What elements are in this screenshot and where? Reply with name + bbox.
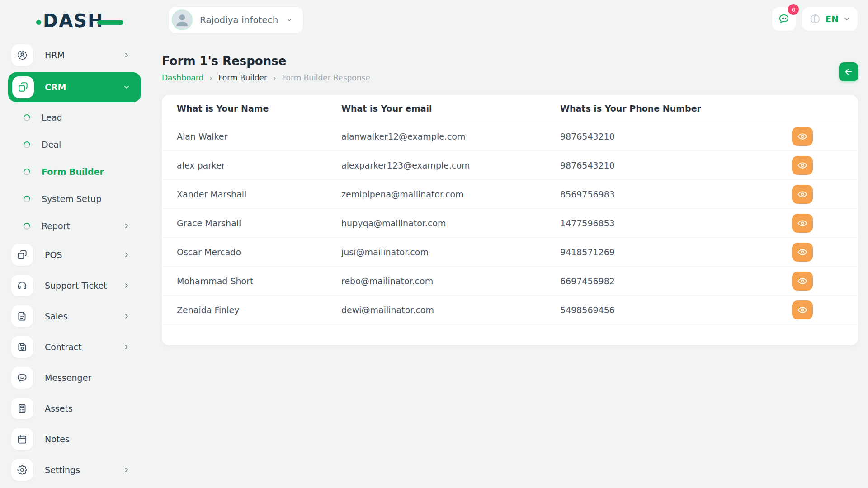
logo-text: DASH — [43, 12, 104, 30]
view-response-button[interactable] — [792, 214, 813, 233]
cell-phone: 8569756983 — [560, 189, 792, 199]
sidebar-item-assets[interactable]: Assets — [0, 393, 149, 424]
cell-name: Xander Marshall — [177, 189, 341, 199]
messages-button[interactable]: 0 — [772, 7, 796, 31]
sidebar-item-sales[interactable]: Sales — [0, 301, 149, 332]
chevron-down-icon — [843, 15, 850, 23]
sidebar-item-label: Messenger — [45, 373, 91, 383]
sidebar-item-label: Settings — [45, 465, 80, 475]
workspace-name: Rajodiya infotech — [200, 14, 278, 25]
breadcrumb-form-builder[interactable]: Form Builder — [218, 73, 267, 82]
cell-phone: 5498569456 — [560, 305, 792, 315]
sidebar-subitem-report[interactable]: Report — [0, 212, 149, 239]
cell-email: dewi@mailinator.com — [341, 305, 560, 315]
chevron-down-icon — [286, 16, 293, 23]
sidebar-subitem-label: Lead — [42, 113, 62, 122]
sidebar-item-label: Contract — [45, 342, 82, 352]
cell-email: hupyqa@mailinator.com — [341, 218, 560, 228]
responses-table-card: What is Your Name What is Your email Wha… — [162, 95, 858, 345]
sidebar-subitem-label: Deal — [42, 140, 61, 150]
breadcrumb-dashboard[interactable]: Dashboard — [162, 73, 203, 82]
cell-email: jusi@mailinator.com — [341, 247, 560, 257]
breadcrumb-current: Form Builder Response — [282, 73, 370, 82]
gear-icon — [11, 459, 33, 481]
view-response-button[interactable] — [792, 156, 813, 175]
page-title: Form 1's Response — [162, 54, 858, 68]
back-button[interactable] — [839, 62, 858, 81]
language-selector[interactable]: EN — [802, 7, 858, 31]
sidebar-item-contract[interactable]: Contract — [0, 332, 149, 362]
cell-name: Mohammad Short — [177, 276, 341, 286]
cell-email: rebo@mailinator.com — [341, 276, 560, 286]
column-header-email: What is Your email — [341, 103, 560, 113]
sidebar-item-label: Sales — [45, 311, 68, 321]
chevron-right-icon — [123, 52, 130, 59]
column-header-phone: Whats is Your Phone Number — [560, 103, 792, 113]
chevron-right-icon — [123, 222, 130, 230]
view-response-button[interactable] — [792, 185, 813, 204]
cell-name: Oscar Mercado — [177, 247, 341, 257]
breadcrumb-separator: › — [273, 74, 276, 82]
table-row: Xander Marshall zemipipena@mailinator.co… — [162, 180, 858, 209]
bullet-icon — [22, 167, 32, 176]
bullet-icon — [22, 113, 32, 122]
view-response-button[interactable] — [792, 272, 813, 291]
cell-name: Grace Marshall — [177, 218, 341, 228]
sidebar-item-hrm[interactable]: HRM — [0, 40, 149, 70]
table-header-row: What is Your Name What is Your email Wha… — [162, 95, 858, 122]
chevron-right-icon — [123, 313, 130, 320]
logo[interactable]: DASH — [36, 12, 123, 30]
chevron-down-icon — [123, 84, 130, 91]
sidebar-subitem-system-setup[interactable]: System Setup — [0, 185, 149, 212]
sidebar-item-label: CRM — [45, 82, 66, 92]
table-row: Zenaida Finley dewi@mailinator.com 54985… — [162, 296, 858, 324]
workspace-dropdown[interactable]: Rajodiya infotech — [168, 6, 303, 33]
eye-icon — [797, 247, 808, 258]
chevron-right-icon — [123, 466, 130, 474]
eye-icon — [797, 160, 808, 171]
breadcrumb-separator: › — [209, 74, 212, 82]
sidebar-item-label: HRM — [45, 50, 65, 60]
logo-dot-icon — [36, 20, 41, 25]
table-body: Alan Walker alanwalker12@example.com 987… — [162, 122, 858, 324]
view-response-button[interactable] — [792, 127, 813, 146]
language-code: EN — [826, 14, 839, 24]
table-row: Oscar Mercado jusi@mailinator.com 941857… — [162, 238, 858, 267]
cell-name: Zenaida Finley — [177, 305, 341, 315]
logo-dash-icon — [97, 20, 123, 25]
sidebar-subitem-label: System Setup — [42, 194, 101, 204]
chevron-right-icon — [123, 251, 130, 258]
cell-email: alanwalker12@example.com — [341, 131, 560, 141]
cell-phone: 9418571269 — [560, 247, 792, 257]
calendar-icon — [11, 428, 33, 450]
top-header: DASH Rajodiya infotech 0 — [0, 0, 868, 41]
sidebar-item-label: Notes — [45, 434, 70, 444]
chat-bubble-icon — [778, 13, 790, 25]
sidebar-item-label: Assets — [45, 404, 73, 413]
cell-name: alex parker — [177, 160, 341, 170]
eye-icon — [797, 189, 808, 200]
sidebar-item-pos[interactable]: POS — [0, 239, 149, 270]
sidebar-item-messenger[interactable]: Messenger — [0, 362, 149, 393]
sidebar-item-crm[interactable]: CRM — [8, 72, 141, 102]
globe-icon — [809, 13, 821, 25]
messenger-icon — [11, 367, 33, 389]
sidebar-item-notes[interactable]: Notes — [0, 424, 149, 455]
table-row: alex parker alexparker123@example.com 98… — [162, 151, 858, 180]
view-response-button[interactable] — [792, 300, 813, 319]
sidebar-subitem-lead[interactable]: Lead — [0, 104, 149, 131]
sidebar-subitem-form-builder[interactable]: Form Builder — [0, 158, 149, 185]
avatar — [172, 9, 193, 30]
eye-icon — [797, 305, 808, 315]
eye-icon — [797, 131, 808, 142]
bullet-icon — [22, 140, 32, 149]
sidebar-subitem-deal[interactable]: Deal — [0, 131, 149, 158]
sidebar-item-settings[interactable]: Settings — [0, 455, 149, 485]
cell-name: Alan Walker — [177, 131, 341, 141]
sidebar-item-support-ticket[interactable]: Support Ticket — [0, 270, 149, 301]
arrow-left-icon — [844, 67, 854, 77]
floppy-disk-icon — [11, 336, 33, 358]
table-row: Alan Walker alanwalker12@example.com 987… — [162, 122, 858, 151]
view-response-button[interactable] — [792, 243, 813, 262]
hrm-icon — [11, 44, 33, 66]
